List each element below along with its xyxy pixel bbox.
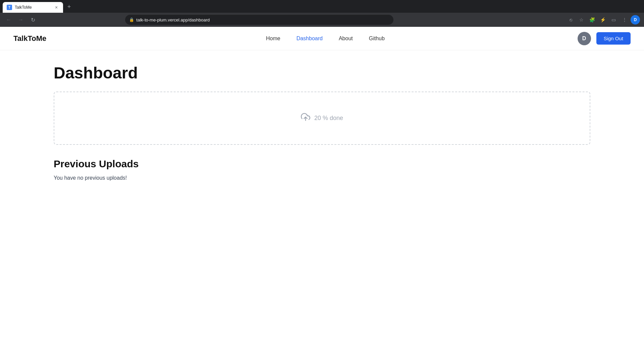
tab-bar: T TalkToMe × + xyxy=(0,0,644,13)
chrome-profile[interactable]: D xyxy=(631,15,640,24)
upload-status-text: 20 % done xyxy=(314,115,343,122)
sidebar-icon[interactable]: ▭ xyxy=(609,15,619,24)
toolbar-right: ⎋ ☆ 🧩 ⚡ ▭ ⋮ D xyxy=(566,15,640,24)
tab-favicon: T xyxy=(7,5,12,10)
back-button[interactable]: ← xyxy=(4,15,13,24)
upload-dropzone[interactable]: 20 % done xyxy=(54,92,590,145)
user-avatar[interactable]: D xyxy=(578,32,591,45)
nav-dashboard[interactable]: Dashboard xyxy=(297,36,323,42)
browser-toolbar: ← → ↻ 🔒 talk-to-me-plum.vercel.app/dashb… xyxy=(0,13,644,27)
sign-out-button[interactable]: Sign Out xyxy=(596,32,631,45)
lock-icon: 🔒 xyxy=(129,17,134,22)
menu-icon[interactable]: ⋮ xyxy=(620,15,629,24)
upload-content: 20 % done xyxy=(301,112,343,124)
extensions-icon[interactable]: ⚡ xyxy=(598,15,608,24)
page-title: Dashboard xyxy=(54,64,590,82)
tab-close-button[interactable]: × xyxy=(54,5,59,10)
address-bar[interactable]: 🔒 talk-to-me-plum.vercel.app/dashboard xyxy=(125,15,393,25)
upload-cloud-icon xyxy=(301,112,310,124)
nav-github[interactable]: Github xyxy=(369,36,385,42)
bookmark-icon[interactable]: ☆ xyxy=(577,15,586,24)
page-content: TalkToMe Home Dashboard About Github D S… xyxy=(0,27,644,352)
nav-about[interactable]: About xyxy=(339,36,353,42)
brand-logo[interactable]: TalkToMe xyxy=(13,34,46,43)
nav-right: D Sign Out xyxy=(578,32,631,45)
extension-icon[interactable]: 🧩 xyxy=(588,15,597,24)
browser-tab-active[interactable]: T TalkToMe × xyxy=(3,2,63,13)
previous-uploads-title: Previous Uploads xyxy=(54,158,590,170)
share-icon[interactable]: ⎋ xyxy=(566,15,576,24)
navbar: TalkToMe Home Dashboard About Github D S… xyxy=(0,27,644,50)
new-tab-button[interactable]: + xyxy=(64,2,74,11)
browser-chrome: T TalkToMe × + ← → ↻ 🔒 talk-to-me-plum.v… xyxy=(0,0,644,27)
no-uploads-message: You have no previous uploads! xyxy=(54,175,590,181)
url-display: talk-to-me-plum.vercel.app/dashboard xyxy=(136,17,210,22)
nav-home[interactable]: Home xyxy=(266,36,280,42)
tab-title: TalkToMe xyxy=(15,5,51,10)
previous-uploads-section: Previous Uploads You have no previous up… xyxy=(54,158,590,181)
reload-button[interactable]: ↻ xyxy=(28,15,38,24)
nav-links: Home Dashboard About Github xyxy=(73,36,577,42)
main-content: Dashboard 20 % done Previous Uploads You… xyxy=(0,50,644,194)
forward-button[interactable]: → xyxy=(16,15,25,24)
